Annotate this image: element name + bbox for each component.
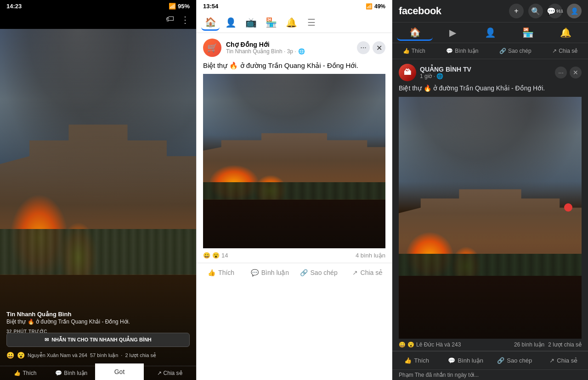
comment-label: Bình luận xyxy=(458,357,483,364)
right-tab-chiase[interactable]: ↗ Chia sẻ xyxy=(548,46,581,56)
copy-icon: 🔗 xyxy=(497,357,504,364)
middle-share-btn[interactable]: ↗ Chia sẻ xyxy=(343,265,392,280)
left-status-bar: 14:23 📶 95% xyxy=(0,0,196,12)
right-post-text: Biệt thự 🔥 ở đường Trần Quang Khải - Đồn… xyxy=(399,84,582,93)
nav-menu[interactable]: ☰ xyxy=(302,14,321,31)
red-dot-indicator xyxy=(564,203,572,212)
right-header: facebook + 🔍 💬 911 👤 xyxy=(392,0,588,22)
like-icon: 👍 xyxy=(14,370,21,376)
right-post-card: 🏔 QUẢNG BÌNH TV 1 giờ · 🌐 ··· ✕ Biệt thự… xyxy=(392,59,588,339)
middle-time: 13:54 xyxy=(203,3,218,10)
comment-icon: 💬 xyxy=(251,269,259,276)
share-icon: ↗ xyxy=(352,269,358,276)
right-reactions-left: 😀 😮 Lê Đức Hà và 243 xyxy=(399,341,461,348)
middle-comment-btn[interactable]: 💬 Bình luận xyxy=(245,265,294,280)
right-nav-home[interactable]: 🏠 xyxy=(397,24,433,41)
emoji1: 😀 xyxy=(6,352,14,359)
chiase-label: Chia sẻ xyxy=(559,48,577,54)
share-icon: ↗ xyxy=(549,357,554,364)
right-like-btn[interactable]: 👍 Thích xyxy=(392,353,441,368)
post-img-bg xyxy=(203,74,385,248)
middle-page-name: Chợ Đồng Hới xyxy=(226,41,305,48)
messenger-button[interactable]: 💬 911 xyxy=(548,4,562,18)
like-button[interactable]: 👍 Thích xyxy=(14,370,36,376)
more-button[interactable]: ··· xyxy=(357,41,370,54)
left-top-bar: 🏷 ⋮ xyxy=(0,12,196,29)
right-copy-btn[interactable]: 🔗 Sao chép xyxy=(490,353,539,368)
middle-copy-btn[interactable]: 🔗 Sao chép xyxy=(294,265,343,280)
right-tab-binhluan[interactable]: 💬 Bình luận xyxy=(442,46,482,56)
more-options-icon[interactable]: ⋮ xyxy=(181,14,190,25)
add-button[interactable]: + xyxy=(509,4,524,18)
tag-icon[interactable]: 🏷 xyxy=(166,14,174,25)
nav-friends[interactable]: 👤 xyxy=(221,14,240,31)
thich-icon: 👍 xyxy=(403,48,410,54)
right-post-header: 🏔 QUẢNG BÌNH TV 1 giờ · 🌐 ··· ✕ xyxy=(399,64,582,81)
emoji2: 😮 xyxy=(17,352,25,359)
globe-icon: 🌐 xyxy=(298,48,305,55)
right-close-btn[interactable]: ✕ xyxy=(570,67,582,78)
got-bottom-bar[interactable]: Got xyxy=(95,363,144,380)
middle-panel: 13:54 📶 49% 🏠 👤 📺 🏪 🔔 ☰ 🛒 Chợ Đồng Hới T… xyxy=(196,0,392,380)
right-tab-thich[interactable]: 👍 Thích xyxy=(399,46,429,56)
nav-home[interactable]: 🏠 xyxy=(201,14,220,31)
comments-count: 57 bình luận xyxy=(90,352,118,358)
profile-avatar[interactable]: 👤 xyxy=(567,4,582,18)
right-post-actions: ··· ✕ xyxy=(555,67,582,78)
search-button[interactable]: 🔍 xyxy=(528,4,543,18)
got-label: Got xyxy=(114,368,125,375)
right-img-bg xyxy=(399,97,582,339)
left-time: 14:23 xyxy=(6,3,22,10)
message-icon: ✉ xyxy=(45,337,49,343)
avatar-icon: 👤 xyxy=(571,7,578,15)
plus-icon: + xyxy=(514,7,518,15)
middle-post-sub-text: Tin Nhanh Quảng Bình · 3p · xyxy=(226,48,296,55)
left-panel: 14:23 📶 95% 🏷 ⋮ Tin Nhanh Quảng Bình Biệ… xyxy=(0,0,196,380)
nav-video[interactable]: 📺 xyxy=(242,14,260,31)
right-street xyxy=(399,276,582,339)
middle-reactions-bar: 😀 😮 14 4 bình luận xyxy=(197,248,392,263)
right-post-sub-text: 1 giờ · 🌐 xyxy=(420,73,443,79)
right-reactions-bar: 😀 😮 Lê Đức Hà và 243 26 bình luận 2 lượt… xyxy=(392,339,588,351)
right-share-btn[interactable]: ↗ Chia sẻ xyxy=(539,353,588,368)
search-icon: 🔍 xyxy=(531,7,540,16)
share-button[interactable]: ↗ Chia sẻ xyxy=(157,370,182,376)
nav-bell[interactable]: 🔔 xyxy=(282,14,300,31)
saochep-icon: 🔗 xyxy=(499,48,506,54)
reaction-emoji2: 😮 xyxy=(212,252,220,259)
share-label: Chia sẻ xyxy=(164,370,182,376)
dot-sep: · xyxy=(121,352,122,358)
reactions-row: 😀 😮 Nguyễn Xuân Nam và 264 57 bình luận … xyxy=(6,352,190,359)
close-button[interactable]: ✕ xyxy=(373,41,385,54)
right-nav-bar: 🏠 ▶ 👤 🏪 🔔 xyxy=(392,22,588,43)
right-header-icons: + 🔍 💬 911 👤 xyxy=(509,4,582,18)
post-street xyxy=(203,200,385,248)
copy-label: Sao chép xyxy=(311,269,338,276)
right-more-btn[interactable]: ··· xyxy=(555,67,567,78)
right-nav-video[interactable]: ▶ xyxy=(435,24,470,41)
message-btn-label: NHẮN TIN CHO TIN NHANH QUẢNG BÌNH xyxy=(51,337,152,343)
reactions-text: Nguyễn Xuân Nam và 264 xyxy=(28,352,87,358)
signal-icon: 📶 xyxy=(169,3,176,10)
comment-button[interactable]: 💬 Bình luận xyxy=(55,370,87,376)
messenger-icon: 💬 xyxy=(547,7,556,16)
left-status-icons: 📶 95% xyxy=(169,3,190,10)
right-emoji1: 😀 xyxy=(399,341,406,348)
middle-like-btn[interactable]: 👍 Thích xyxy=(197,265,245,280)
right-nav-marketplace[interactable]: 🏪 xyxy=(510,24,546,41)
battery-icon: 95% xyxy=(178,3,190,10)
middle-status-icons: 📶 49% xyxy=(366,3,385,10)
right-nav-bell[interactable]: 🔔 xyxy=(548,24,583,41)
message-button[interactable]: ✉ NHẮN TIN CHO TIN NHANH QUẢNG BÌNH xyxy=(6,333,190,347)
comment-label: Bình luận xyxy=(64,370,87,376)
right-comment-btn[interactable]: 💬 Bình luận xyxy=(441,353,491,368)
right-actions-row: 👍 Thích 💬 Bình luận 🔗 Sao chép ↗ Chia sẻ xyxy=(392,351,588,369)
middle-status-bar: 13:54 📶 49% xyxy=(197,0,392,12)
nav-marketplace[interactable]: 🏪 xyxy=(262,14,280,31)
like-icon: 👍 xyxy=(404,357,412,364)
right-tab-saochep[interactable]: 🔗 Sao chép xyxy=(496,46,535,56)
middle-post-info: Chợ Đồng Hới Tin Nhanh Quảng Bình · 3p ·… xyxy=(226,41,305,55)
right-nav-friends[interactable]: 👤 xyxy=(472,24,508,41)
right-below-post: Phạm The đã nhắn tin ngày tới... xyxy=(392,369,588,380)
right-avatar: 🏔 xyxy=(399,64,416,81)
